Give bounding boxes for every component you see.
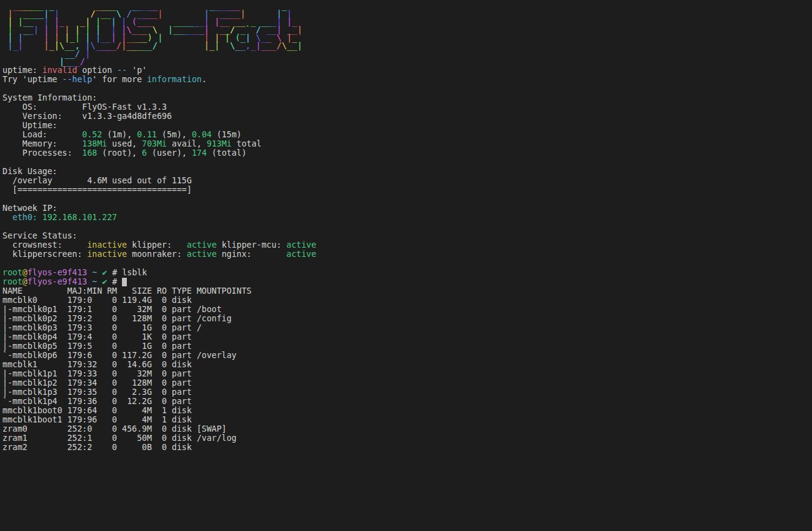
disk-usage-header: Disk Usage: xyxy=(2,167,812,176)
load-line: Load: 0.52 (1m), 0.11 (5m), 0.04 (15m) xyxy=(2,130,812,139)
lsblk-row: |-mmcblk0p2 179:2 0 128M 0 part /config xyxy=(2,314,812,323)
terminal-cursor xyxy=(122,278,127,286)
lsblk-row: |-mmcblk0p4 179:4 0 1K 0 part xyxy=(2,332,812,342)
lsblk-row: zram0 252:0 0 456.9M 0 disk [SWAP] xyxy=(2,424,812,434)
lsblk-row: zram2 252:2 0 0B 0 disk xyxy=(2,443,812,452)
terminal-line xyxy=(2,158,812,167)
motd-output: uptime: invalid option -- 'p'Try 'uptime… xyxy=(2,66,812,286)
terminal-line: root@flyos-e9f413 ~ ✔ # xyxy=(2,277,812,286)
network-ip-line: eth0: 192.168.101.227 xyxy=(2,213,812,222)
lsblk-row: mmcblk0 179:0 0 119.4G 0 disk xyxy=(2,296,812,305)
ascii-art-logo: ______ _ ____ _____ ______ _ | ____| | /… xyxy=(2,2,812,66)
lsblk-row: `-mmcblk0p6 179:6 0 117.2G 0 part /overl… xyxy=(2,351,812,360)
lsblk-row: `-mmcblk1p4 179:36 0 12.2G 0 part xyxy=(2,397,812,406)
lsblk-row: mmcblk1 179:32 0 14.6G 0 disk xyxy=(2,360,812,369)
system-info-header: System Information: xyxy=(2,93,812,102)
lsblk-row: mmcblk1boot1 179:96 0 4M 1 disk xyxy=(2,415,812,424)
terminal-line xyxy=(2,84,812,93)
service-status-row: klipperscreen: inactive moonraker: activ… xyxy=(2,250,812,259)
lsblk-row: |-mmcblk0p3 179:3 0 1G 0 part / xyxy=(2,323,812,332)
uptime-error-line: uptime: invalid option -- 'p' xyxy=(2,66,812,75)
lsblk-row: mmcblk1boot0 179:64 0 4M 1 disk xyxy=(2,406,812,415)
uptime-line: Uptime: xyxy=(2,121,812,130)
lsblk-row: zram1 252:1 0 50M 0 disk /var/log xyxy=(2,434,812,443)
version-line: Version: v1.3.3-ga4d8dfe696 xyxy=(2,112,812,121)
disk-usage-line: /overlay 4.6M used out of 115G xyxy=(2,176,812,185)
shell-prompt-line: root@flyos-e9f413 ~ ✔ # lsblkroot@flyos-… xyxy=(2,268,812,286)
terminal-output: uptime: invalid option -- 'p'Try 'uptime… xyxy=(2,66,812,452)
service-status-header: Service Status: xyxy=(2,231,812,240)
lsblk-table: NAME MAJ:MIN RM SIZE RO TYPE MOUNTPOINTS… xyxy=(2,286,812,452)
lsblk-row: |-mmcblk0p5 179:5 0 1G 0 part xyxy=(2,342,812,351)
uptime-help-line: Try 'uptime --help' for more information… xyxy=(2,75,812,84)
terminal-line xyxy=(2,194,812,204)
lsblk-row: |-mmcblk0p1 179:1 0 32M 0 part /boot xyxy=(2,305,812,314)
memory-line: Memory: 138Mi used, 703Mi avail, 913Mi t… xyxy=(2,139,812,148)
service-status-row: crowsnest: inactive klipper: active klip… xyxy=(2,240,812,250)
terminal-screen[interactable]: ______ _ ____ _____ ______ _ | ____| | /… xyxy=(0,0,812,531)
network-ip-header: Netwoek IP: xyxy=(2,204,812,213)
terminal-line xyxy=(2,259,812,268)
lsblk-row: |-mmcblk1p1 179:33 0 32M 0 part xyxy=(2,369,812,378)
lsblk-row: |-mmcblk1p2 179:34 0 128M 0 part xyxy=(2,378,812,388)
terminal-line xyxy=(2,222,812,231)
os-line: OS: FlyOS-Fast v1.3.3 xyxy=(2,102,812,112)
lsblk-header-row: NAME MAJ:MIN RM SIZE RO TYPE MOUNTPOINTS xyxy=(2,286,812,296)
lsblk-row: |-mmcblk1p3 179:35 0 2.3G 0 part xyxy=(2,388,812,397)
processes-line: Processes: 168 (root), 6 (user), 174 (to… xyxy=(2,148,812,158)
disk-usage-bar: [==================================] xyxy=(2,185,812,194)
